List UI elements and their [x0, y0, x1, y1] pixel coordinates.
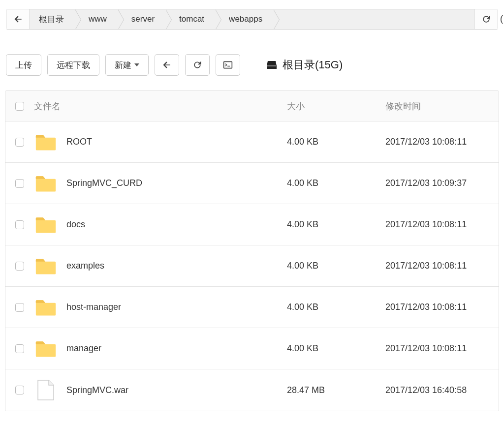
remote-download-button[interactable]: 远程下载 [47, 54, 99, 76]
breadcrumb-refresh-button[interactable] [474, 9, 498, 29]
breadcrumb-item-label: webapps [229, 14, 262, 24]
breadcrumb-item[interactable]: www [75, 9, 118, 29]
file-name[interactable]: SpringMVC.war [66, 385, 128, 395]
toolbar-refresh-button[interactable] [185, 54, 210, 76]
caret-down-icon [134, 62, 139, 67]
breadcrumb-item-label: server [131, 14, 155, 24]
breadcrumb-item-label: www [89, 14, 107, 24]
breadcrumb: 根目录wwwservertomcatwebapps [6, 9, 498, 30]
row-checkbox[interactable] [15, 303, 24, 312]
row-checkbox[interactable] [15, 344, 24, 353]
row-checkbox[interactable] [15, 220, 24, 229]
row-checkbox[interactable] [15, 138, 24, 147]
file-name[interactable]: ROOT [66, 137, 92, 147]
file-size: 28.47 MB [287, 385, 385, 395]
file-name[interactable]: manager [66, 343, 101, 354]
file-table-header: 文件名 大小 修改时间 [5, 91, 499, 121]
file-size: 4.00 KB [287, 219, 385, 230]
row-checkbox[interactable] [15, 179, 24, 188]
disk-info-label: 根目录(15G) [283, 58, 343, 72]
breadcrumb-item-label: tomcat [179, 14, 204, 24]
file-name[interactable]: examples [66, 261, 104, 271]
table-row[interactable]: host-manager4.00 KB2017/12/03 10:08:11 [5, 287, 499, 328]
breadcrumb-item[interactable]: tomcat [165, 9, 215, 29]
breadcrumb-item-label: 根目录 [39, 14, 64, 25]
file-icon [36, 379, 55, 401]
terminal-icon [223, 60, 233, 70]
file-table: 文件名 大小 修改时间 ROOT4.00 KB2017/12/03 10:08:… [5, 91, 499, 411]
file-size: 4.00 KB [287, 137, 385, 147]
breadcrumb-back-button[interactable] [6, 9, 30, 29]
file-name[interactable]: SpringMVC_CURD [66, 178, 142, 188]
column-header-modified[interactable]: 修改时间 [385, 100, 499, 112]
refresh-icon [192, 60, 202, 70]
arrow-left-icon [13, 14, 23, 24]
file-modified: 2017/12/03 16:40:58 [385, 385, 499, 395]
file-modified: 2017/12/03 10:08:11 [385, 261, 499, 271]
table-row[interactable]: examples4.00 KB2017/12/03 10:08:11 [5, 245, 499, 287]
toolbar-back-button[interactable] [155, 54, 179, 76]
upload-button-label: 上传 [15, 60, 32, 71]
folder-icon [35, 215, 57, 235]
file-name[interactable]: host-manager [66, 302, 121, 312]
select-all-checkbox[interactable] [15, 102, 24, 111]
breadcrumb-items: 根目录wwwservertomcatwebapps [30, 9, 474, 29]
remote-download-button-label: 远程下载 [57, 60, 90, 71]
new-button[interactable]: 新建 [105, 54, 149, 76]
file-size: 4.00 KB [287, 302, 385, 312]
file-size: 4.00 KB [287, 343, 385, 354]
file-modified: 2017/12/03 10:08:11 [385, 343, 499, 354]
breadcrumb-item[interactable]: webapps [215, 9, 273, 29]
file-modified: 2017/12/03 10:08:11 [385, 302, 499, 312]
terminal-button[interactable] [216, 54, 240, 76]
table-row[interactable]: manager4.00 KB2017/12/03 10:08:11 [5, 328, 499, 369]
folder-icon [35, 339, 57, 359]
table-row[interactable]: SpringMVC.war28.47 MB2017/12/03 16:40:58 [5, 369, 499, 411]
file-modified: 2017/12/03 10:08:11 [385, 137, 499, 147]
disk-info: 根目录(15G) [266, 58, 343, 72]
svg-rect-0 [224, 61, 232, 68]
table-row[interactable]: ROOT4.00 KB2017/12/03 10:08:11 [5, 121, 499, 163]
folder-icon [35, 132, 57, 152]
refresh-icon [481, 14, 491, 24]
column-header-name[interactable]: 文件名 [34, 100, 287, 112]
breadcrumb-item[interactable]: 根目录 [30, 9, 75, 29]
file-name[interactable]: docs [66, 219, 85, 230]
table-row[interactable]: SpringMVC_CURD4.00 KB2017/12/03 10:09:37 [5, 163, 499, 204]
row-checkbox[interactable] [15, 262, 24, 271]
arrow-left-icon [162, 60, 172, 70]
column-header-size[interactable]: 大小 [287, 100, 385, 112]
folder-icon [35, 256, 57, 276]
file-size: 4.00 KB [287, 261, 385, 271]
disk-icon [266, 59, 278, 71]
file-size: 4.00 KB [287, 178, 385, 188]
folder-icon [35, 174, 57, 193]
breadcrumb-item[interactable]: server [118, 9, 165, 29]
row-checkbox[interactable] [15, 386, 24, 394]
file-modified: 2017/12/03 10:09:37 [385, 178, 499, 188]
folder-icon [35, 298, 57, 317]
file-modified: 2017/12/03 10:08:11 [385, 219, 499, 230]
file-toolbar: 上传 远程下载 新建 根目录(15G) [6, 54, 498, 76]
upload-button[interactable]: 上传 [6, 54, 41, 76]
truncated-paren: ( [500, 14, 503, 24]
table-row[interactable]: docs4.00 KB2017/12/03 10:08:11 [5, 204, 499, 245]
new-button-label: 新建 [115, 60, 131, 71]
